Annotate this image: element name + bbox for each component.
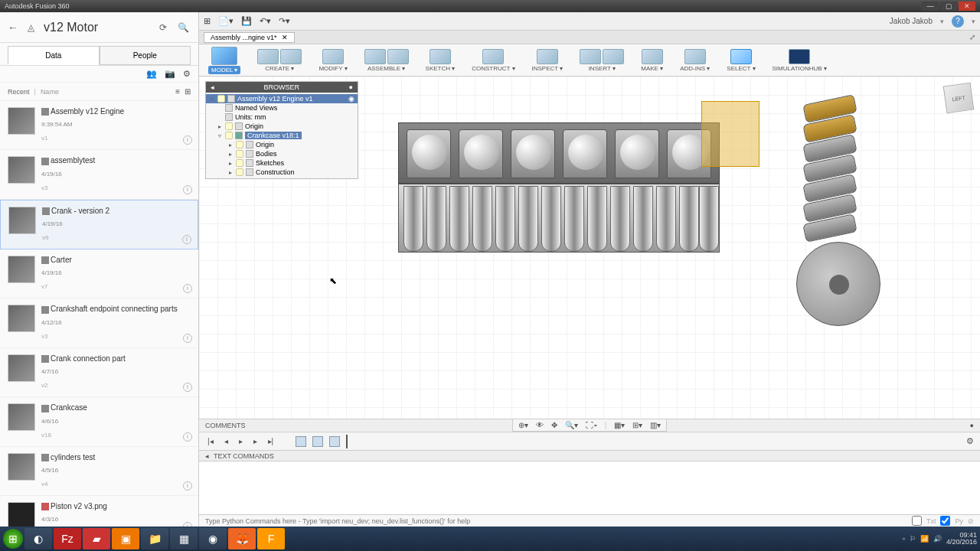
assemble-label[interactable]: ASSEMBLE ▾ xyxy=(368,65,405,72)
3d-viewport[interactable]: LEFT ◂ BROWSER ● ▿ Assembly v12 Engine v… xyxy=(199,77,980,419)
clear-icon[interactable]: ⊘ xyxy=(968,517,974,525)
grid-settings-icon[interactable]: ⊞▾ xyxy=(630,421,645,429)
timeline-feature[interactable] xyxy=(329,436,340,447)
sketch-icon[interactable] xyxy=(430,49,451,64)
tray-flag-icon[interactable]: ⚐ xyxy=(910,535,916,543)
info-icon[interactable]: i xyxy=(183,334,192,343)
make-label[interactable]: MAKE ▾ xyxy=(641,65,663,72)
visibility-icon[interactable] xyxy=(236,141,243,148)
start-button[interactable]: ⊞ xyxy=(3,529,23,549)
txt-mode-checkbox[interactable] xyxy=(912,516,922,526)
modify-icon[interactable] xyxy=(322,49,344,64)
search-icon[interactable]: 🔍 xyxy=(176,21,191,34)
create-form-icon[interactable] xyxy=(280,49,302,64)
list-item[interactable]: Crankcase 4/6/16 v18 i xyxy=(0,397,198,446)
browser-node[interactable]: ▿Crankcase v18:1 xyxy=(206,131,358,140)
visibility-icon[interactable] xyxy=(225,122,233,130)
data-list[interactable]: Assembly v12 Engine 9:39:54 AM v1 i asse… xyxy=(0,101,198,527)
timeline-prev-icon[interactable]: ◂ xyxy=(222,437,230,445)
help-icon[interactable]: ? xyxy=(952,15,964,28)
undo-button[interactable]: ↶▾ xyxy=(260,16,271,26)
chrome-icon[interactable]: ◐ xyxy=(24,528,52,549)
create-label[interactable]: CREATE ▾ xyxy=(265,65,294,72)
visibility-icon[interactable] xyxy=(217,95,225,103)
info-icon[interactable]: i xyxy=(183,432,192,442)
browser-node[interactable]: Units: mm xyxy=(206,112,358,122)
activate-icon[interactable]: ◉ xyxy=(348,95,354,103)
browser-node[interactable]: ▸Construction xyxy=(206,168,358,177)
insert-canvas-icon[interactable] xyxy=(603,49,624,64)
info-icon[interactable]: i xyxy=(182,235,191,244)
timeline-start-icon[interactable]: |◂ xyxy=(205,437,216,445)
workspace-icon[interactable] xyxy=(211,47,237,65)
list-item[interactable]: Piston v2 v3.png 4/3/16 i xyxy=(0,496,198,527)
timeline-feature[interactable] xyxy=(312,436,323,447)
comments-expand-icon[interactable]: ● xyxy=(970,422,974,429)
viewports-icon[interactable]: ▥▾ xyxy=(648,421,663,429)
timeline-feature[interactable] xyxy=(296,436,306,447)
make-icon[interactable] xyxy=(642,49,663,64)
tray-volume-icon[interactable]: 🔊 xyxy=(933,535,942,543)
addins-icon[interactable] xyxy=(684,49,706,64)
expand-tabs-icon[interactable]: ⤢ xyxy=(969,33,975,41)
close-tab-icon[interactable]: ✕ xyxy=(282,34,288,41)
text-commands-output[interactable] xyxy=(199,461,980,514)
assemble-joint-icon[interactable] xyxy=(364,49,386,64)
tab-people[interactable]: People xyxy=(100,46,191,65)
list-item[interactable]: Crank connection part 4/7/16 v2 i xyxy=(0,348,198,397)
browser-panel[interactable]: ◂ BROWSER ● ▿ Assembly v12 Engine v1 ◉ N… xyxy=(205,81,358,179)
visibility-icon[interactable] xyxy=(236,159,243,167)
display-settings-icon[interactable]: ▦▾ xyxy=(612,421,627,429)
info-icon[interactable]: i xyxy=(183,185,192,194)
list-item[interactable]: Assembly v12 Engine 9:39:54 AM v1 i xyxy=(0,101,198,150)
textcmd-collapse-icon[interactable]: ◂ xyxy=(205,452,209,460)
info-icon[interactable]: i xyxy=(183,481,192,491)
window-close[interactable]: ✕ xyxy=(959,2,975,11)
create-box-icon[interactable] xyxy=(257,49,279,64)
insert-label[interactable]: INSERT ▾ xyxy=(589,65,616,72)
workspace-label[interactable]: MODEL ▾ xyxy=(208,66,240,74)
timeline-next-icon[interactable]: ▸ xyxy=(251,437,260,445)
window-minimize[interactable]: — xyxy=(922,2,939,11)
simulationhub-label[interactable]: SIMULATIONHUB ▾ xyxy=(773,65,827,72)
select-label[interactable]: SELECT ▾ xyxy=(727,65,755,72)
3d-model[interactable] xyxy=(383,107,812,276)
app-icon[interactable]: ▦ xyxy=(170,528,198,549)
assemble-asbuilt-icon[interactable] xyxy=(387,49,409,64)
filezilla-icon[interactable]: Fz xyxy=(54,528,81,549)
browser-settings-icon[interactable]: ● xyxy=(349,83,353,91)
filter-recent-label[interactable]: Recent xyxy=(8,88,30,96)
data-panel-toggle-icon[interactable]: ⊞ xyxy=(204,16,211,26)
sketch-label[interactable]: SKETCH ▾ xyxy=(426,65,456,72)
orbit-icon[interactable]: ⊕▾ xyxy=(516,421,531,429)
inspect-label[interactable]: INSPECT ▾ xyxy=(532,65,564,72)
browser-node[interactable]: Named Views xyxy=(206,103,358,112)
filter-name-field[interactable]: Name xyxy=(41,88,171,96)
list-item[interactable]: assemblytest 4/19/16 v3 i xyxy=(0,150,198,199)
upload-icon[interactable]: 👥 xyxy=(146,69,157,79)
list-item[interactable]: Crankshaft endpoint connecting parts 4/1… xyxy=(0,298,198,347)
app-icon[interactable]: ▰ xyxy=(83,528,110,549)
redo-button[interactable]: ↷▾ xyxy=(279,16,290,26)
app-icon[interactable]: ▣ xyxy=(112,528,139,549)
info-icon[interactable]: i xyxy=(183,383,192,392)
tab-data[interactable]: Data xyxy=(8,46,100,65)
py-mode-checkbox[interactable] xyxy=(940,516,950,526)
fusion360-taskbar-icon[interactable]: F xyxy=(257,528,285,549)
text-commands-input[interactable] xyxy=(205,517,912,525)
zoom-icon[interactable]: 🔍▾ xyxy=(563,421,580,429)
back-arrow-icon[interactable]: ← xyxy=(8,21,18,34)
info-icon[interactable]: i xyxy=(183,284,192,293)
browser-node[interactable]: ▸Origin xyxy=(206,140,358,149)
timeline-end-icon[interactable]: ▸| xyxy=(266,437,276,445)
gear-icon[interactable]: ⚙ xyxy=(183,69,191,79)
fit-icon[interactable]: ⛶▾ xyxy=(583,421,599,429)
help-dropdown-icon[interactable]: ▾ xyxy=(972,18,975,25)
document-tab[interactable]: Assembly ...ngine v1* ✕ xyxy=(204,32,295,43)
info-icon[interactable]: i xyxy=(183,135,192,145)
link-icon[interactable] xyxy=(235,132,243,139)
browser-node[interactable]: ▸Origin xyxy=(206,122,358,131)
browser-node[interactable]: ▸Sketches xyxy=(206,158,358,168)
browser-collapse-icon[interactable]: ◂ xyxy=(211,83,214,91)
text-commands-header[interactable]: ◂ TEXT COMMANDS xyxy=(199,450,980,461)
